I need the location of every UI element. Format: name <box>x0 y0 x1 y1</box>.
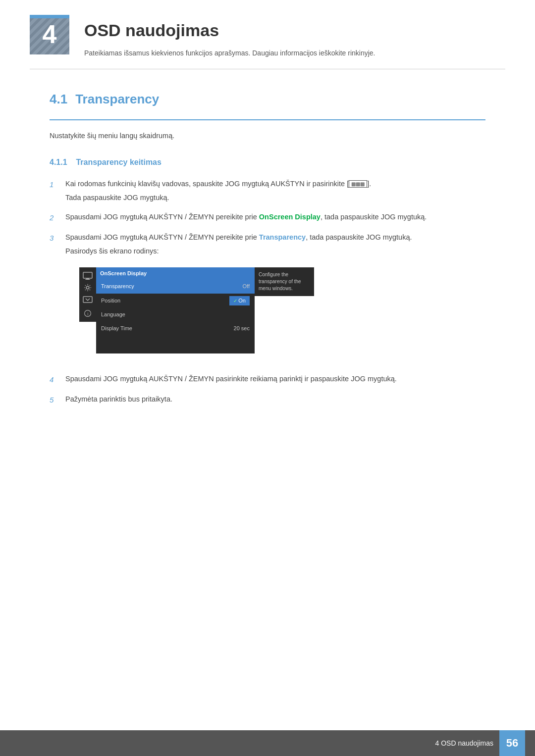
step-3-number: 3 <box>50 232 58 244</box>
nav-icon <box>82 295 93 304</box>
chapter-number-box: 4 <box>30 15 69 54</box>
svg-rect-0 <box>83 272 92 278</box>
screen-display: i OnScreen Display Transparency Off <box>79 267 485 353</box>
screen-sidebar-text: Configure the transparency of the menu w… <box>259 272 301 291</box>
chapter-box-accent <box>30 15 69 18</box>
settings-icon <box>82 283 93 292</box>
menu-item-language-name: Language <box>101 310 250 319</box>
svg-point-3 <box>86 286 89 289</box>
jog-icon: ▩▩▩ <box>349 180 367 188</box>
screen-sidebar: Configure the transparency of the menu w… <box>255 267 314 296</box>
step-2: 2 Spausdami JOG mygtuką AUKŠTYN / ŽEMYN … <box>50 211 485 224</box>
step-5-number: 5 <box>50 394 58 406</box>
screen-menu-items: Transparency Off Position ✓On <box>96 280 255 353</box>
menu-item-position-name: Position <box>101 297 229 305</box>
svg-rect-2 <box>85 279 90 280</box>
step-5: 5 Pažymėta parinktis bus pritaikyta. <box>50 394 485 406</box>
step-1-number: 1 <box>50 179 58 191</box>
transparency-link: Transparency <box>259 233 306 241</box>
step-1: 1 Kai rodomas funkcinių klavišų vadovas,… <box>50 178 485 203</box>
subsection-number: 4.1.1 <box>50 158 67 166</box>
step-3-note: Pasirodys šis ekrano rodinys: <box>50 246 485 257</box>
info-icon: i <box>82 309 93 318</box>
screen-left-icons: i <box>79 267 96 322</box>
step-1-subtext: Tada paspauskite JOG mygtuką. <box>50 192 485 203</box>
header-title-area: OSD naudojimas Pateikiamas išsamus kiekv… <box>84 15 505 59</box>
page-wrapper: 4 OSD naudojimas Pateikiamas išsamus kie… <box>0 0 535 756</box>
step-1-text: Kai rodomas funkcinių klavišų vadovas, s… <box>65 178 485 190</box>
nav-svg <box>83 296 93 303</box>
svg-rect-1 <box>86 278 89 279</box>
checkmark-icon: ✓ <box>233 298 237 303</box>
monitor-icon <box>82 271 93 280</box>
step-2-text: Spausdami JOG mygtuką AUKŠTYN / ŽEMYN pe… <box>65 211 485 223</box>
menu-item-empty-1 <box>96 336 255 345</box>
screen-menu: OnScreen Display Transparency Off Positi… <box>96 267 255 353</box>
footer-page-number: 56 <box>499 730 525 756</box>
screen-menu-header: OnScreen Display <box>96 267 255 280</box>
subsection-label: Transparency keitimas <box>76 158 161 166</box>
monitor-svg <box>83 272 93 280</box>
settings-svg <box>83 284 93 292</box>
main-content: 4.1 Transparency Nustatykite šių meniu l… <box>0 69 535 434</box>
menu-item-display-time: Display Time 20 sec <box>96 322 255 336</box>
menu-item-transparency: Transparency Off <box>96 280 255 294</box>
step-2-number: 2 <box>50 212 58 224</box>
step-3: 3 Spausdami JOG mygtuką AUKŠTYN / ŽEMYN … <box>50 232 485 365</box>
step-4-number: 4 <box>50 374 58 386</box>
header-title: OSD naudojimas <box>84 17 505 44</box>
header-section: 4 OSD naudojimas Pateikiamas išsamus kie… <box>0 0 535 69</box>
menu-item-empty-2 <box>96 345 255 353</box>
step-4-text: Spausdami JOG mygtuką AUKŠTYN / ŽEMYN pa… <box>65 373 485 385</box>
section-rule <box>50 119 485 120</box>
menu-item-transparency-name: Transparency <box>101 282 243 291</box>
section-title: 4.1 Transparency <box>50 89 485 110</box>
subsection-title: 4.1.1 Transparency keitimas <box>50 156 485 169</box>
chapter-number: 4 <box>30 15 69 54</box>
svg-text:i: i <box>87 311 88 316</box>
footer-text: 4 OSD naudojimas <box>435 738 493 749</box>
step-4: 4 Spausdami JOG mygtuką AUKŠTYN / ŽEMYN … <box>50 373 485 386</box>
menu-item-transparency-off: Off <box>243 282 250 291</box>
onscreen-display-link: OnScreen Display <box>259 213 321 221</box>
menu-item-language: Language <box>96 308 255 322</box>
svg-rect-4 <box>83 297 92 302</box>
step-3-text: Spausdami JOG mygtuką AUKŠTYN / ŽEMYN pe… <box>65 232 485 244</box>
info-svg: i <box>83 309 93 317</box>
step-5-text: Pažymėta parinktis bus pritaikyta. <box>65 394 485 405</box>
menu-item-position-value: ✓On <box>229 296 250 306</box>
section-label: Transparency <box>75 89 159 110</box>
section-number: 4.1 <box>50 89 67 110</box>
menu-item-display-time-value: 20 sec <box>234 324 250 333</box>
menu-item-display-time-name: Display Time <box>101 324 234 333</box>
menu-item-position: Position ✓On <box>96 294 255 308</box>
header-subtitle: Pateikiamas išsamus kiekvienos funkcijos… <box>84 48 505 58</box>
section-intro: Nustatykite šių meniu langų skaidrumą. <box>50 130 485 142</box>
step-list: 1 Kai rodomas funkcinių klavišų vadovas,… <box>50 178 485 405</box>
page-footer: 4 OSD naudojimas 56 <box>0 730 535 756</box>
